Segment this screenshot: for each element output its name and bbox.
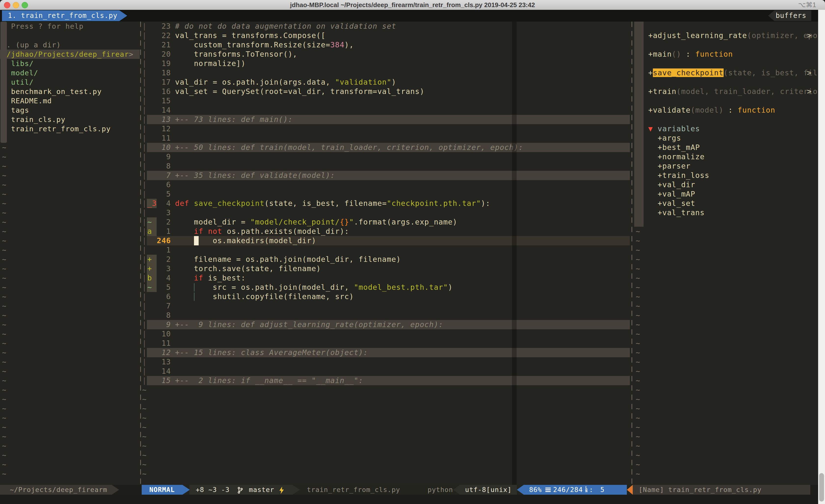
tag-item[interactable]: +save_checkpoint(state, is_best, fil> [633, 68, 818, 78]
code-line[interactable]: |8 [142, 311, 631, 320]
line-number: 6 [157, 180, 171, 189]
code-line[interactable]: |+3 torch.save(state, filename) [142, 264, 631, 273]
empty-line-tilde: ~ [636, 273, 641, 283]
code-line[interactable]: |+2 filename = os.path.join(model_dir, f… [142, 255, 631, 264]
tag-item[interactable]: +train_loss [633, 171, 818, 180]
empty-line-tilde: ~ [2, 273, 6, 283]
nerdtree-scrollbar-thumb[interactable] [0, 22, 7, 143]
fold-column: | [142, 283, 147, 292]
code-line[interactable]: |a1 if not os.path.exists(model_dir): [142, 227, 631, 236]
tree-help-hint: " Press ? for help [2, 22, 140, 31]
code-line[interactable]: |15 [142, 96, 631, 105]
code-line[interactable]: |11 [142, 134, 631, 143]
empty-line-tilde: ~ [636, 441, 641, 450]
code-line[interactable]: |8 [142, 161, 631, 171]
line-number: 14 [157, 105, 171, 115]
empty-line-tilde: ~ [2, 460, 6, 469]
code-line[interactable]: |10 [142, 329, 631, 339]
code-line[interactable]: |13+-- 73 lines: def main(): [142, 115, 631, 124]
tag-item[interactable]: +normalize [633, 152, 818, 161]
code-line[interactable]: |7+-- 35 lines: def validate(model): [142, 171, 631, 180]
tag-item[interactable]: +validate(model) : function [633, 105, 818, 115]
line-number: 15 [157, 96, 171, 105]
tag-item[interactable]: +val_trans [633, 208, 818, 218]
code-line[interactable]: |17val_dir = os.path.join(args.data, "va… [142, 78, 631, 87]
tag-item[interactable]: +val_set [633, 199, 818, 208]
code-line[interactable]: |9+-- 9 lines: def adjust_learning_rate(… [142, 320, 631, 329]
code-line[interactable]: |6 shutil.copyfile(filename, src) [142, 292, 631, 301]
code-line[interactable]: |21 custom_transform.Resize(size=384), [142, 40, 631, 50]
tree-up-dir[interactable]: .. (up a dir) [2, 40, 140, 50]
window-title: jdhao-MBP.local ~/Projects/deep_firearm/… [0, 0, 825, 10]
code-line[interactable]: |5 [142, 189, 631, 199]
tag-item[interactable]: +val_dir [633, 180, 818, 189]
tree-item-model[interactable]: ▸ model/ [2, 68, 140, 78]
tag-item[interactable]: +args [633, 134, 818, 143]
tag-item[interactable]: +best_mAP [633, 143, 818, 152]
code-line[interactable]: |15+-- 2 lines: if __name__ == "__main__… [142, 376, 631, 385]
empty-line-tilde: ~ [636, 376, 641, 385]
tree-item-benchmark_on_test-py[interactable]: benchmark_on_test.py [2, 87, 140, 96]
code-line[interactable]: |14 [142, 366, 631, 376]
code-line[interactable]: |20 transforms.ToTensor(), [142, 50, 631, 59]
tree-item-train_retr_from_cls-py[interactable]: train_retr_from_cls.py [2, 124, 140, 134]
tab-train-retr-from-cls[interactable]: 1. train_retr_from_cls.py [2, 10, 127, 21]
line-number: 9 [157, 152, 171, 161]
fold-column: | [142, 189, 147, 199]
right-scrollbar-thumb[interactable] [819, 473, 824, 502]
command-line[interactable] [0, 495, 825, 504]
code-line[interactable]: |9 [142, 152, 631, 161]
tree-item-libs[interactable]: ▸ libs/ [2, 59, 140, 68]
fold-column: | [142, 22, 147, 31]
fold-column: | [142, 105, 147, 115]
right-scrollbar[interactable] [818, 10, 825, 504]
empty-line-tilde: ~ [2, 199, 6, 208]
code-line[interactable]: |23# do not do data augmentation on vali… [142, 22, 631, 31]
code-line[interactable]: |7 [142, 301, 631, 311]
tag-item[interactable]: +parser [633, 161, 818, 171]
gutter-sign: + [147, 264, 152, 273]
empty-line-tilde: ~ [636, 460, 641, 469]
tree-item-README-md[interactable]: README.md [2, 96, 140, 105]
empty-line-tilde: ~ [636, 385, 641, 395]
code-line[interactable]: |11 [142, 339, 631, 348]
code-line[interactable]: |~5 src = os.path.join(model_dir, "model… [142, 283, 631, 292]
tree-item-util[interactable]: ▸ util/ [2, 78, 140, 87]
buffers-label[interactable]: buffers [768, 10, 811, 21]
code-line[interactable]: |10+-- 50 lines: def train(model, train_… [142, 143, 631, 152]
fold-column: | [142, 134, 147, 143]
tag-item[interactable]: +train(model, train_loader, criterio> [633, 87, 818, 96]
tag-item[interactable]: +adjust_learning_rate(optimizer, epo> [633, 31, 818, 40]
code-line[interactable]: |14 [142, 105, 631, 115]
tag-item[interactable]: +val_mAP [633, 189, 818, 199]
window-separator-right[interactable] [631, 22, 632, 485]
code-line[interactable]: |12+-- 15 lines: class AverageMeter(obje… [142, 348, 631, 357]
tab-bar: 1. train_retr_from_cls.py buffers [0, 10, 818, 22]
tree-item-tags[interactable]: tags [2, 105, 140, 115]
code-line[interactable]: |18 [142, 68, 631, 78]
tree-root-path[interactable]: </jdhao/Projects/deep_firear> [0, 50, 140, 59]
window-separator-left[interactable] [140, 22, 141, 485]
code-line[interactable]: |~2 model_dir = "model/check_point/{}".f… [142, 218, 631, 227]
code-line[interactable]: |13 [142, 357, 631, 366]
fold-column: | [142, 78, 147, 87]
tag-item[interactable]: ▼ variables [633, 124, 818, 134]
code-line[interactable]: |1 [142, 245, 631, 255]
code-line[interactable]: |6 [142, 180, 631, 189]
code-line[interactable]: |3 [142, 208, 631, 218]
code-line[interactable]: |22val_trans = transforms.Compose([ [142, 31, 631, 40]
tree-item-train_cls-py[interactable]: train_cls.py [2, 115, 140, 124]
code-line[interactable]: |12 [142, 124, 631, 134]
line-number: 12 [157, 124, 171, 134]
line-number: 21 [157, 40, 171, 50]
tag-item[interactable]: +main() : function [633, 50, 818, 59]
empty-line-tilde: ~ [2, 450, 6, 460]
code-line[interactable]: |16val_set = QuerySet(root=val_dir, tran… [142, 87, 631, 96]
code-line[interactable]: |19 normalize]) [142, 59, 631, 68]
code-editor[interactable]: |23# do not do data augmentation on vali… [142, 22, 631, 485]
cursor-column: 5 [600, 486, 604, 493]
code-line[interactable]: |246 os.makedirs(model_dir) [142, 236, 631, 245]
code-line[interactable]: |b4 if is_best: [142, 273, 631, 283]
code-line[interactable]: |_34def save_checkpoint(state, is_best, … [142, 199, 631, 208]
line-number: 7 [157, 171, 171, 180]
